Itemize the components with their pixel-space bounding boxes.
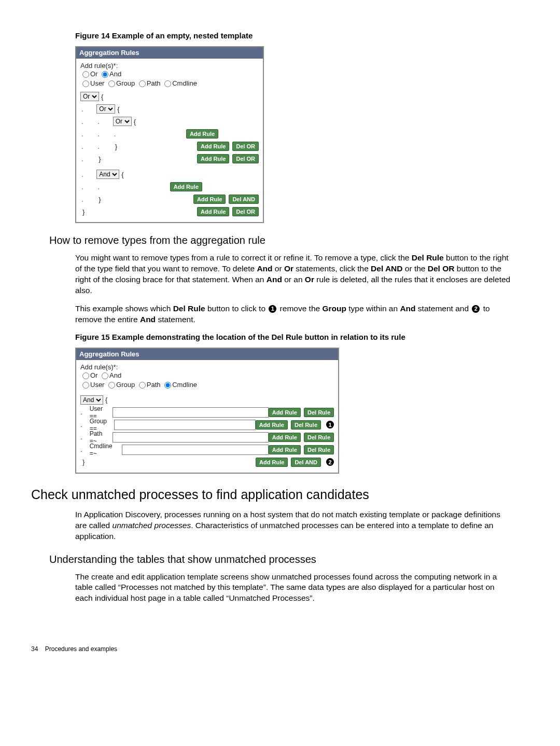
- radio-path-label: Path: [147, 381, 161, 389]
- close-brace: }: [115, 143, 117, 150]
- add-rule-button[interactable]: Add Rule: [186, 129, 218, 139]
- del-rule-button[interactable]: Del Rule: [304, 445, 334, 454]
- figure-14-caption: Figure 14 Example of an empty, nested te…: [75, 31, 511, 40]
- select-and[interactable]: And: [96, 170, 119, 179]
- open-brace: {: [117, 105, 119, 113]
- paragraph-candidates: In Application Discovery, processes runn…: [75, 509, 511, 542]
- add-rule-button[interactable]: Add Rule: [197, 154, 229, 163]
- add-rule-button[interactable]: Add Rule: [256, 420, 288, 430]
- paragraph-remove-2: This example shows which Del Rule button…: [75, 303, 511, 325]
- radio-cmdline-label: Cmdline: [172, 79, 197, 87]
- radio-and-label: And: [109, 70, 121, 78]
- open-brace: {: [105, 396, 107, 404]
- figure-15-panel: Aggregation Rules Add rule(s)*: Or And U…: [75, 348, 339, 474]
- open-brace: {: [134, 118, 136, 126]
- radio-or[interactable]: [82, 372, 89, 379]
- radio-group[interactable]: [108, 80, 115, 87]
- callout-1-icon: 1: [326, 421, 334, 429]
- del-rule-button[interactable]: Del Rule: [304, 433, 334, 442]
- radio-or-label: Or: [90, 371, 97, 379]
- rule-path-input[interactable]: [113, 432, 269, 443]
- page-number: 34: [31, 645, 38, 653]
- add-rule-button[interactable]: Add Rule: [193, 195, 226, 204]
- close-brace: }: [82, 458, 85, 466]
- radio-path-label: Path: [147, 79, 161, 87]
- radio-and-label: And: [109, 371, 121, 379]
- add-rule-button[interactable]: Add Rule: [269, 445, 301, 454]
- close-brace: }: [82, 208, 85, 216]
- radio-cmdline[interactable]: [164, 382, 171, 389]
- radio-group-label: Group: [116, 381, 135, 389]
- add-rule-button[interactable]: Add Rule: [256, 458, 288, 467]
- radio-user[interactable]: [82, 382, 89, 389]
- figure-15-caption: Figure 15 Example demonstrating the loca…: [75, 333, 511, 341]
- close-brace: }: [99, 155, 101, 163]
- open-brace: {: [101, 93, 103, 101]
- radio-path[interactable]: [139, 80, 146, 87]
- select-or-3[interactable]: Or: [113, 117, 132, 126]
- del-and-button[interactable]: Del AND: [291, 458, 321, 467]
- callout-1-icon: 1: [269, 305, 276, 313]
- add-rule-button[interactable]: Add Rule: [269, 433, 301, 442]
- radio-or-label: Or: [90, 70, 97, 78]
- callout-2-icon: 2: [326, 458, 334, 466]
- del-and-button[interactable]: Del AND: [229, 195, 259, 204]
- rule-cmdline-input[interactable]: [122, 445, 269, 455]
- del-or-button[interactable]: Del OR: [232, 142, 259, 151]
- heading-candidates: Check unmatched processes to find applic…: [31, 487, 511, 502]
- radio-path[interactable]: [139, 382, 146, 389]
- add-rule-label: Add rule(s)*:: [80, 363, 334, 371]
- select-or-1[interactable]: Or: [80, 92, 99, 101]
- radio-cmdline-label: Cmdline: [172, 381, 197, 389]
- paragraph-tables: The create and edit application template…: [75, 572, 511, 604]
- page-footer: 34 Procedures and examples: [31, 645, 511, 653]
- open-brace: {: [121, 171, 123, 178]
- del-rule-button[interactable]: Del Rule: [291, 420, 321, 430]
- radio-user-label: User: [90, 381, 104, 389]
- del-rule-button[interactable]: Del Rule: [304, 408, 334, 417]
- rule-user-input[interactable]: [113, 407, 269, 418]
- rule-group-input[interactable]: [114, 420, 255, 430]
- radio-group-label: Group: [116, 79, 135, 87]
- select-or-2[interactable]: Or: [96, 104, 115, 114]
- close-brace: }: [99, 196, 101, 203]
- footer-section: Procedures and examples: [45, 645, 117, 653]
- heading-tables: Understanding the tables that show unmat…: [49, 554, 511, 565]
- del-or-button[interactable]: Del OR: [232, 207, 259, 216]
- figure-14-panel: Aggregation Rules Add rule(s)*: Or And U…: [75, 46, 264, 223]
- radio-and[interactable]: [102, 71, 108, 78]
- paragraph-remove-1: You might want to remove types from a ru…: [75, 253, 511, 296]
- radio-user-label: User: [90, 79, 104, 87]
- del-or-button[interactable]: Del OR: [232, 154, 259, 163]
- radio-user[interactable]: User Group Path Cmdline: [90, 381, 197, 389]
- add-rule-button[interactable]: Add Rule: [269, 408, 301, 417]
- add-rule-label: Add rule(s)*:: [80, 62, 259, 70]
- heading-remove-types: How to remove types from the aggregation…: [49, 234, 511, 246]
- panel-title: Aggregation Rules: [76, 47, 263, 59]
- radio-group[interactable]: [108, 382, 115, 389]
- radio-cmdline[interactable]: [164, 80, 171, 87]
- add-rule-button[interactable]: Add Rule: [197, 142, 229, 151]
- radio-user[interactable]: [82, 80, 89, 87]
- radio-or[interactable]: [82, 71, 89, 78]
- add-rule-button[interactable]: Add Rule: [170, 182, 202, 191]
- callout-2-icon: 2: [472, 305, 480, 313]
- radio-and[interactable]: [102, 372, 108, 379]
- rule-cmdline-label: Cmdline =~: [90, 443, 120, 457]
- add-rule-button[interactable]: Add Rule: [197, 207, 229, 216]
- panel-title: Aggregation Rules: [76, 349, 338, 360]
- select-and[interactable]: And: [80, 395, 103, 405]
